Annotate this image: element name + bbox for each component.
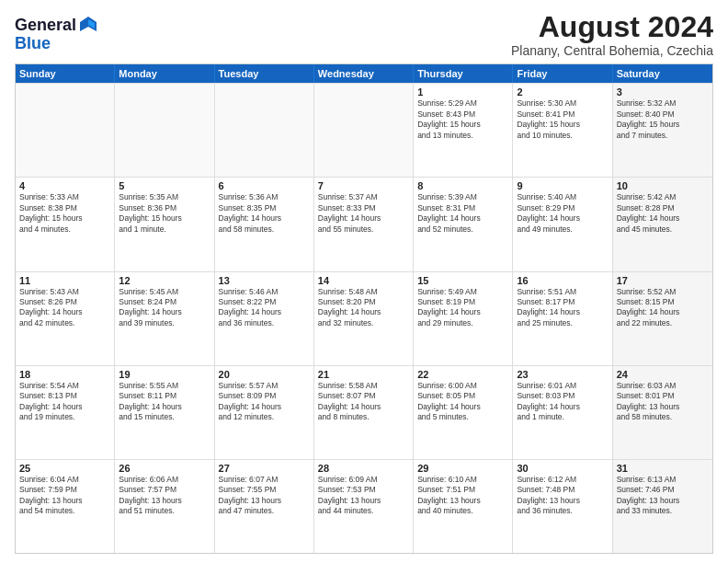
day-cell-21: 21Sunrise: 5:58 AMSunset: 8:07 PMDayligh…: [314, 366, 414, 459]
day-cell-12: 12Sunrise: 5:45 AMSunset: 8:24 PMDayligh…: [115, 272, 214, 365]
day-cell-3: 3Sunrise: 5:32 AMSunset: 8:40 PMDaylight…: [613, 84, 712, 177]
daylight-hours-text: Daylight: 15 hours: [19, 213, 110, 224]
calendar-row-4: 25Sunrise: 6:04 AMSunset: 7:59 PMDayligh…: [16, 459, 712, 553]
day-cell-10: 10Sunrise: 5:42 AMSunset: 8:28 PMDayligh…: [613, 178, 712, 270]
sunset-text: Sunset: 8:07 PM: [318, 391, 409, 401]
day-cell-4: 4Sunrise: 5:33 AMSunset: 8:38 PMDaylight…: [16, 178, 115, 270]
daylight-minutes-text: and 45 minutes.: [617, 224, 709, 235]
daylight-hours-text: Daylight: 13 hours: [219, 496, 310, 506]
sunset-text: Sunset: 7:51 PM: [417, 485, 508, 495]
daylight-minutes-text: and 55 minutes.: [318, 224, 409, 235]
month-year-heading: August 2024: [511, 11, 713, 43]
sunset-text: Sunset: 7:55 PM: [219, 485, 310, 495]
day-cell-28: 28Sunrise: 6:09 AMSunset: 7:53 PMDayligh…: [314, 460, 414, 553]
day-cell-31: 31Sunrise: 6:13 AMSunset: 7:46 PMDayligh…: [613, 460, 712, 553]
daylight-hours-text: Daylight: 15 hours: [517, 120, 608, 130]
sunset-text: Sunset: 7:46 PM: [617, 485, 709, 495]
day-cell-1: 1Sunrise: 5:29 AMSunset: 8:43 PMDaylight…: [414, 84, 513, 177]
daylight-hours-text: Daylight: 14 hours: [417, 213, 508, 224]
daylight-minutes-text: and 47 minutes.: [219, 506, 310, 516]
daylight-minutes-text: and 15 minutes.: [119, 412, 210, 422]
day-number: 11: [19, 275, 110, 286]
sunset-text: Sunset: 8:31 PM: [417, 203, 508, 213]
sunset-text: Sunset: 8:01 PM: [617, 391, 709, 401]
day-number: 27: [219, 463, 310, 474]
sunset-text: Sunset: 8:20 PM: [318, 297, 409, 307]
daylight-minutes-text: and 8 minutes.: [318, 412, 409, 422]
sunset-text: Sunset: 7:59 PM: [19, 485, 110, 495]
empty-cell: [215, 84, 314, 177]
daylight-hours-text: Daylight: 14 hours: [318, 213, 409, 224]
daylight-hours-text: Daylight: 13 hours: [617, 496, 709, 506]
day-cell-24: 24Sunrise: 6:03 AMSunset: 8:01 PMDayligh…: [613, 366, 712, 459]
day-number: 22: [417, 369, 508, 380]
daylight-minutes-text: and 7 minutes.: [617, 131, 709, 141]
logo-icon: [78, 15, 98, 35]
day-number: 24: [617, 369, 709, 380]
day-number: 26: [119, 463, 210, 474]
sunrise-text: Sunrise: 5:29 AM: [417, 98, 508, 109]
sunset-text: Sunset: 8:35 PM: [219, 203, 310, 213]
daylight-minutes-text: and 5 minutes.: [417, 412, 508, 422]
sunrise-text: Sunrise: 5:42 AM: [617, 192, 709, 202]
daylight-hours-text: Daylight: 13 hours: [19, 496, 110, 506]
day-number: 31: [617, 463, 709, 474]
day-cell-20: 20Sunrise: 5:57 AMSunset: 8:09 PMDayligh…: [215, 366, 314, 459]
daylight-hours-text: Daylight: 14 hours: [318, 307, 409, 317]
daylight-hours-text: Daylight: 13 hours: [517, 496, 608, 506]
sunset-text: Sunset: 8:05 PM: [417, 391, 508, 401]
sunrise-text: Sunrise: 5:46 AM: [219, 287, 310, 297]
daylight-minutes-text: and 1 minute.: [517, 412, 608, 422]
sunset-text: Sunset: 8:40 PM: [617, 109, 709, 120]
sunrise-text: Sunrise: 5:43 AM: [19, 287, 110, 297]
daylight-minutes-text: and 42 minutes.: [19, 318, 110, 328]
sunrise-text: Sunrise: 6:10 AM: [417, 475, 508, 485]
daylight-hours-text: Daylight: 14 hours: [417, 307, 508, 317]
day-cell-25: 25Sunrise: 6:04 AMSunset: 7:59 PMDayligh…: [16, 460, 115, 553]
sunset-text: Sunset: 8:26 PM: [19, 297, 110, 307]
daylight-hours-text: Daylight: 14 hours: [617, 307, 709, 317]
sunrise-text: Sunrise: 5:51 AM: [517, 287, 608, 297]
daylight-hours-text: Daylight: 14 hours: [19, 402, 110, 412]
calendar-body: 1Sunrise: 5:29 AMSunset: 8:43 PMDaylight…: [16, 83, 712, 553]
weekday-header-friday: Friday: [513, 64, 612, 83]
daylight-minutes-text: and 4 minutes.: [19, 224, 110, 235]
sunset-text: Sunset: 8:19 PM: [417, 297, 508, 307]
sunset-text: Sunset: 8:24 PM: [119, 297, 210, 307]
sunrise-text: Sunrise: 6:01 AM: [517, 381, 608, 391]
daylight-minutes-text: and 58 minutes.: [617, 412, 709, 422]
day-cell-26: 26Sunrise: 6:06 AMSunset: 7:57 PMDayligh…: [115, 460, 214, 553]
sunrise-text: Sunrise: 5:36 AM: [219, 192, 310, 202]
day-cell-15: 15Sunrise: 5:49 AMSunset: 8:19 PMDayligh…: [414, 272, 513, 365]
daylight-hours-text: Daylight: 14 hours: [19, 307, 110, 317]
day-number: 30: [517, 463, 608, 474]
day-number: 8: [417, 180, 508, 191]
sunset-text: Sunset: 8:41 PM: [517, 109, 608, 120]
daylight-hours-text: Daylight: 13 hours: [119, 496, 210, 506]
sunrise-text: Sunrise: 5:54 AM: [19, 381, 110, 391]
daylight-minutes-text: and 58 minutes.: [219, 224, 310, 235]
empty-cell: [115, 84, 214, 177]
daylight-hours-text: Daylight: 14 hours: [517, 213, 608, 224]
sunrise-text: Sunrise: 5:37 AM: [318, 192, 409, 202]
sunrise-text: Sunrise: 5:45 AM: [119, 287, 210, 297]
weekday-header-wednesday: Wednesday: [314, 64, 414, 83]
sunrise-text: Sunrise: 6:07 AM: [219, 475, 310, 485]
sunset-text: Sunset: 8:29 PM: [517, 203, 608, 213]
empty-cell: [314, 84, 414, 177]
weekday-header-tuesday: Tuesday: [215, 64, 314, 83]
sunrise-text: Sunrise: 5:52 AM: [617, 287, 709, 297]
sunrise-text: Sunrise: 6:09 AM: [318, 475, 409, 485]
daylight-minutes-text: and 29 minutes.: [417, 318, 508, 328]
empty-cell: [16, 84, 115, 177]
weekday-header-thursday: Thursday: [414, 64, 513, 83]
daylight-hours-text: Daylight: 13 hours: [417, 496, 508, 506]
sunrise-text: Sunrise: 5:48 AM: [318, 287, 409, 297]
logo: General Blue: [15, 15, 98, 52]
sunrise-text: Sunrise: 5:39 AM: [417, 192, 508, 202]
header: General Blue August 2024 Planany, Centra…: [15, 11, 713, 58]
day-number: 28: [318, 463, 409, 474]
day-cell-18: 18Sunrise: 5:54 AMSunset: 8:13 PMDayligh…: [16, 366, 115, 459]
weekday-header-sunday: Sunday: [16, 64, 115, 83]
daylight-minutes-text: and 32 minutes.: [318, 318, 409, 328]
